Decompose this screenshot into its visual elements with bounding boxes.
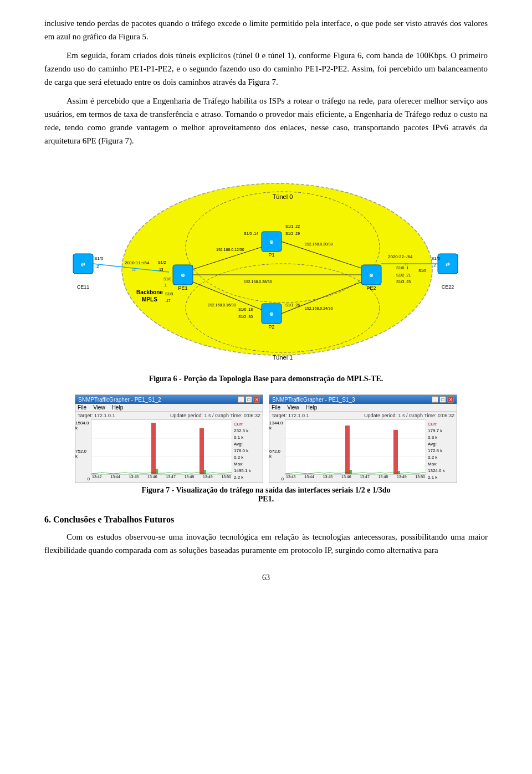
y-top-1: 1504.0 k xyxy=(75,421,90,430)
close-btn-2[interactable]: ✕ xyxy=(447,396,454,403)
max-val-2: 1324.0 k xyxy=(428,468,455,474)
svg-rect-63 xyxy=(151,423,156,474)
curr-label-1: Curr: xyxy=(234,422,244,427)
svg-text:S1/0: S1/0 xyxy=(163,277,172,281)
t2-2: 13:45 xyxy=(323,475,333,479)
menu-help-2[interactable]: Help xyxy=(306,404,318,411)
section-heading: 6. Conclusões e Trabalhos Futuros xyxy=(44,515,488,525)
page-number: 63 xyxy=(44,573,488,582)
svg-text:S1/3 .25: S1/3 .25 xyxy=(396,280,411,284)
max-val2-1: 2.2 k xyxy=(234,474,261,481)
svg-text:192.168.0.24/30: 192.168.0.24/30 xyxy=(305,306,333,310)
graph-1-menubar[interactable]: File View Help xyxy=(75,404,263,412)
graph-2-main: 1344.0 k 672.0 k 0 xyxy=(269,419,457,483)
network-diagram-svg: Túnel 0 Túnel 1 Backbone MPLS ⇄ CE11 S1/… xyxy=(66,161,466,372)
t1-4: 13:47 xyxy=(166,475,176,479)
graph-2-yaxis: 1344.0 k 672.0 k 0 xyxy=(269,419,285,483)
t2-3: 13:46 xyxy=(341,475,351,479)
svg-text:S1/2 .29: S1/2 .29 xyxy=(285,232,300,235)
graph-1-yaxis: 1504.0 k 752.0 k 0 xyxy=(75,419,91,483)
svg-text:⊗: ⊗ xyxy=(269,311,274,317)
svg-text:S1/0 .14: S1/0 .14 xyxy=(244,232,258,235)
fig7-caption-line1: Figura 7 - Visualização do tráfego na sa… xyxy=(141,486,390,494)
svg-text:zz: zz xyxy=(405,262,409,266)
maximize-btn-2[interactable]: □ xyxy=(439,396,446,403)
svg-text:S1/3: S1/3 xyxy=(165,292,173,296)
svg-text:2020:22::/64: 2020:22::/64 xyxy=(388,254,413,259)
avg-val2-1: 0.2 k xyxy=(234,454,261,461)
minimize-btn-1[interactable]: _ xyxy=(238,396,244,403)
menu-file-2[interactable]: File xyxy=(272,404,280,411)
svg-text:⊗: ⊗ xyxy=(269,239,274,245)
graph-2-update: Update period: 1 s / Graph Time: 0:06:32 xyxy=(364,413,454,418)
paragraph-1: inclusive tendo perdas de pacotes quando… xyxy=(44,17,488,43)
graphs-row: SNMPTrafficGrapher - PE1_S1_2 _ □ ✕ File… xyxy=(44,394,488,483)
close-btn-1[interactable]: ✕ xyxy=(253,396,260,403)
svg-text:CE11: CE11 xyxy=(77,284,90,290)
y-mid-1: 752.0 k xyxy=(75,449,90,459)
minimize-btn-2[interactable]: _ xyxy=(432,396,438,403)
graph-2-xaxis: 13:43 13:44 13:45 13:46 13:47 13:48 13:4… xyxy=(285,475,426,479)
curr-val2-2: 0.3 k xyxy=(428,434,455,441)
t2-6: 13:49 xyxy=(397,475,407,479)
figure-7-caption: Figura 7 - Visualização do tráfego na sa… xyxy=(44,486,488,504)
figure-6: Túnel 0 Túnel 1 Backbone MPLS ⇄ CE11 S1/… xyxy=(44,161,488,372)
svg-point-0 xyxy=(122,183,432,355)
menu-view-2[interactable]: View xyxy=(287,404,299,411)
t1-6: 13:49 xyxy=(203,475,213,479)
svg-text:PE1: PE1 xyxy=(178,285,187,291)
t1-0: 13:42 xyxy=(92,475,102,479)
t2-7: 13:50 xyxy=(415,475,425,479)
t1-5: 13:48 xyxy=(185,475,195,479)
svg-text:S1/0: S1/0 xyxy=(94,256,104,261)
graph-1-buttons[interactable]: _ □ ✕ xyxy=(238,396,260,403)
graph-2-area: 13:43 13:44 13:45 13:46 13:47 13:48 13:4… xyxy=(285,419,426,483)
avg-val-1: 176.0 k xyxy=(234,448,261,454)
t1-1: 13:44 xyxy=(110,475,120,479)
svg-text:S1/0: S1/0 xyxy=(431,256,441,261)
svg-text:S1/1 .22: S1/1 .22 xyxy=(285,224,300,228)
fig6-caption-text: Figura 6 - Porção da Topologia Base para… xyxy=(149,375,383,383)
menu-file-1[interactable]: File xyxy=(78,404,86,411)
t2-1: 13:44 xyxy=(304,475,314,479)
svg-text:⊗: ⊗ xyxy=(181,273,185,278)
svg-text:⇄: ⇄ xyxy=(446,262,450,267)
max-val2-2: 2.1 k xyxy=(428,474,455,481)
t2-5: 13:48 xyxy=(378,475,388,479)
graph-2-menubar[interactable]: File View Help xyxy=(269,404,457,412)
y-top-2: 1344.0 k xyxy=(269,421,284,430)
menu-help-1[interactable]: Help xyxy=(112,404,124,411)
svg-text:S1/0: S1/0 xyxy=(418,269,427,273)
graph-2-titlebar: SNMPTrafficGrapher - PE1_S1_3 _ □ ✕ xyxy=(269,395,457,404)
svg-text:S1/0 .1: S1/0 .1 xyxy=(396,266,408,270)
avg-label-2: Avg: xyxy=(428,442,437,447)
avg-val2-2: 0.2 k xyxy=(428,454,455,461)
curr-val-1: 232.3 k xyxy=(234,428,261,434)
max-label-1: Max: xyxy=(234,462,243,467)
graph-window-2: SNMPTrafficGrapher - PE1_S1_3 _ □ ✕ File… xyxy=(269,394,457,483)
svg-text:CE22: CE22 xyxy=(442,284,454,290)
svg-text:192.168.0.20/30: 192.168.0.20/30 xyxy=(305,242,333,246)
paragraph-4: Com os estudos observou-se uma inovação … xyxy=(44,530,488,557)
graph-1-title: SNMPTrafficGrapher - PE1_S1_2 xyxy=(78,397,161,403)
y-bot-1: 0 xyxy=(88,476,90,481)
paragraph-2: Em seguida, foram criados dois túneis ex… xyxy=(44,49,488,89)
max-label-2: Max: xyxy=(428,462,437,467)
graph-1-titlebar: SNMPTrafficGrapher - PE1_S1_2 _ □ ✕ xyxy=(75,395,263,404)
graph-2-svg xyxy=(285,419,426,475)
svg-text:2010:11::/64: 2010:11::/64 xyxy=(125,260,150,265)
maximize-btn-1[interactable]: □ xyxy=(245,396,252,403)
graph-1-xaxis: 13:42 13:44 13:45 13:46 13:47 13:48 13:4… xyxy=(91,475,232,479)
svg-text:S1/1 .26: S1/1 .26 xyxy=(285,303,300,307)
svg-text:zz: zz xyxy=(132,268,136,271)
t2-4: 13:47 xyxy=(360,475,370,479)
menu-view-1[interactable]: View xyxy=(93,404,105,411)
graph-1-info: Target: 172.1.0.1 Update period: 1 s / G… xyxy=(75,412,263,419)
graph-1-area: 13:42 13:44 13:45 13:46 13:47 13:48 13:4… xyxy=(91,419,232,483)
graph-1-svg xyxy=(91,419,232,475)
avg-val-2: 172.8 k xyxy=(428,448,455,454)
graph-2-legend: Curr: 179.7 k 0.3 k Avg: 172.8 k 0.2 k M… xyxy=(426,419,457,483)
svg-text:Backbone: Backbone xyxy=(136,289,163,295)
svg-rect-64 xyxy=(200,428,204,474)
graph-2-buttons[interactable]: _ □ ✕ xyxy=(432,396,454,403)
